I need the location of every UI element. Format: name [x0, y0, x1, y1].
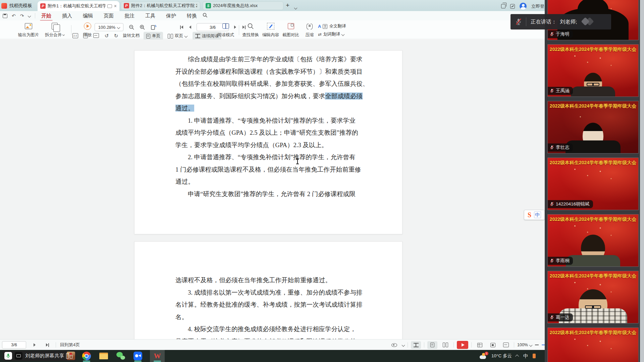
wechat-app-icon[interactable] — [116, 350, 126, 362]
word-translate-button[interactable]: ⇄划词翻译 — [318, 32, 344, 37]
status-continuous-icon[interactable] — [411, 341, 421, 349]
mic-muted-icon — [515, 18, 522, 25]
tab-home[interactable]: 找稻壳模板 — [1, 2, 32, 9]
video-tile-李雨桐[interactable]: 2022级本科生2024学年春季学期年级大会李雨桐 — [547, 214, 639, 267]
split-merge-button[interactable]: 拆分合并 — [43, 22, 66, 38]
wps-app-icon[interactable]: W — [150, 350, 165, 362]
restore-window-icon[interactable] — [501, 4, 505, 8]
actual-size-icon[interactable]: 1:1 — [71, 32, 79, 39]
export-image-button[interactable]: 输出为图片 — [17, 22, 40, 38]
video-tile-王禹涵[interactable]: 2022级本科生2024学年春季学期年级大会王禹涵 — [547, 44, 639, 97]
user-avatar[interactable] — [520, 3, 527, 10]
video-tile-葛一达[interactable]: 2022级本科生2024学年春季学期年级大会葛一达 — [547, 271, 639, 323]
docer-icon — [1, 3, 7, 9]
ime-logo: S — [528, 211, 531, 219]
file-explorer-icon[interactable] — [99, 350, 109, 362]
status-next-page-icon[interactable] — [30, 341, 39, 349]
menu-tab-插入[interactable]: 插入 — [62, 12, 72, 20]
save-icon[interactable] — [3, 14, 7, 18]
share-screen-icon[interactable] — [15, 352, 22, 360]
browser-app-icon[interactable] — [82, 350, 92, 362]
video-tile-李壮志[interactable]: 2022级本科生2024学年春季学期年级大会李壮志 — [547, 101, 639, 154]
video-tile-14220416胡锦斌[interactable]: 2022级本科生2024学年春季学期年级大会14220416胡锦斌 — [547, 158, 639, 210]
document-text-line: 参加志愿服务、到国际组织实习情况）加分构成，要求全部成绩必须 — [175, 90, 365, 103]
double-page-button[interactable]: 双页 — [165, 32, 190, 40]
participant-name-tag: 14220416胡锦斌 — [548, 200, 593, 208]
mic-muted-icon — [550, 258, 554, 263]
status-single-page-icon[interactable] — [427, 341, 437, 349]
single-page-button[interactable]: 单页 — [144, 32, 163, 40]
first-page-icon[interactable] — [177, 23, 186, 31]
full-translate-button[interactable]: A文全文翻译 — [318, 23, 346, 29]
divider — [514, 342, 514, 348]
tab-document-1[interactable]: P 附件1：机械与航空航天工程学 × — [38, 1, 119, 11]
menu-tab-编辑[interactable]: 编辑 — [83, 12, 93, 20]
rotate-page-icon[interactable] — [150, 23, 158, 31]
task-view-button[interactable] — [64, 350, 74, 362]
zoom-out-icon[interactable] — [127, 23, 136, 31]
running-indicator — [83, 361, 90, 362]
menu-tab-页面[interactable]: 页面 — [103, 12, 114, 20]
menu-tab-保护[interactable]: 保护 — [166, 12, 176, 20]
tab-document-3[interactable]: S 2024年度推免总结.xlsx — [203, 1, 283, 10]
status-zoom-level[interactable]: 100% — [517, 343, 532, 347]
tab-document-2[interactable]: P 附件2：机械与航空航天工程学院 202 — [121, 1, 200, 10]
weather-icon[interactable]: 1 — [479, 353, 487, 359]
fit-width-icon[interactable] — [92, 32, 100, 39]
document-text-line: 名。 — [175, 311, 365, 323]
screen-edge-strip — [640, 0, 644, 362]
menu-tab-开始[interactable]: 开始 — [41, 12, 52, 20]
status-play-button[interactable] — [457, 341, 468, 349]
rotate-doc-button[interactable]: 旋转文档 — [123, 33, 140, 39]
fit-page-icon[interactable] — [82, 32, 90, 39]
tray-app-icon[interactable] — [533, 354, 536, 358]
reader-mode-icon[interactable] — [107, 4, 112, 8]
zoom-in-icon[interactable] — [138, 23, 146, 31]
document-text-line: 1 门必修课程或限选课程不及格，但必须在当年推免工作开始前重修 — [175, 164, 365, 176]
document-text-line: 综合成绩是由学生前三学年的学业成绩〔包括《培养方案》要求 — [175, 53, 365, 66]
quick-access-chevron-icon[interactable] — [28, 14, 31, 17]
rotate-left-icon[interactable]: ↺ — [103, 32, 111, 39]
menu-tab-转换[interactable]: 转换 — [186, 12, 197, 20]
speaking-label: 正在讲话： — [531, 18, 557, 25]
fit-width-icon[interactable] — [501, 341, 511, 349]
share-mic-icon[interactable] — [4, 352, 12, 360]
input-method-indicator[interactable]: 中 — [523, 353, 528, 359]
menu-search-icon[interactable] — [203, 13, 208, 18]
undo-icon[interactable]: ↶ — [12, 13, 16, 18]
video-tile[interactable]: 2022级本科生2024学年春季学期年级大会 — [547, 327, 639, 362]
running-indicator — [134, 361, 142, 362]
document-viewport[interactable]: 综合成绩是由学生前三学年的学业成绩〔包括《培养方案》要求开设的全部必修课程和限选… — [0, 40, 545, 339]
status-last-page-icon[interactable] — [43, 341, 52, 349]
menu-tab-批注[interactable]: 批注 — [124, 12, 135, 20]
rotate-right-icon[interactable]: ↻ — [112, 32, 120, 39]
redo-icon[interactable]: ↷ — [20, 13, 24, 18]
login-button[interactable]: 立即登 — [531, 3, 544, 9]
divider — [471, 342, 472, 348]
view-icons: 1:1 ↺ ↻ 旋转文档 — [71, 32, 140, 39]
app-center-icon[interactable] — [510, 4, 515, 9]
ribbon-toolbar: 输出为图片 拆分合并 播放 100.28% 1:1 — [0, 20, 545, 39]
close-tab-icon[interactable]: × — [114, 4, 117, 8]
ime-badge[interactable]: S 中 — [524, 210, 545, 220]
meeting-app-icon[interactable] — [133, 350, 143, 362]
previous-page-icon[interactable] — [186, 23, 195, 31]
tab-list-chevron-icon[interactable] — [294, 4, 297, 10]
weather-label[interactable]: 10°C 多云 — [491, 353, 512, 359]
status-bar: 3/6 回到第4页 100% — [0, 339, 545, 350]
view-options-icon[interactable] — [389, 341, 399, 349]
thumbnail-grid-icon[interactable] — [475, 341, 485, 349]
zoom-decrease-icon[interactable] — [535, 345, 539, 345]
read-mode-button[interactable]: 阅读模式 — [214, 22, 237, 38]
document-text-line: 名计算。经教务处批准的缓考、补考成绩，按第一次考试成绩计算排 — [175, 299, 365, 311]
tab-label: 附件1：机械与航空航天工程学 — [48, 3, 105, 9]
new-tab-button[interactable]: + — [286, 2, 289, 9]
status-double-page-icon[interactable] — [440, 341, 450, 349]
menu-tab-工具[interactable]: 工具 — [145, 12, 156, 20]
tray-expand-icon[interactable] — [515, 355, 519, 358]
back-to-page-button[interactable]: 回到第4页 — [60, 342, 80, 348]
fit-screen-icon[interactable] — [488, 341, 498, 349]
view-options-chevron-icon[interactable] — [402, 343, 405, 347]
zoom-level-dropdown[interactable]: 100.28% — [95, 23, 123, 31]
status-page-indicator[interactable]: 3/6 — [2, 341, 26, 349]
